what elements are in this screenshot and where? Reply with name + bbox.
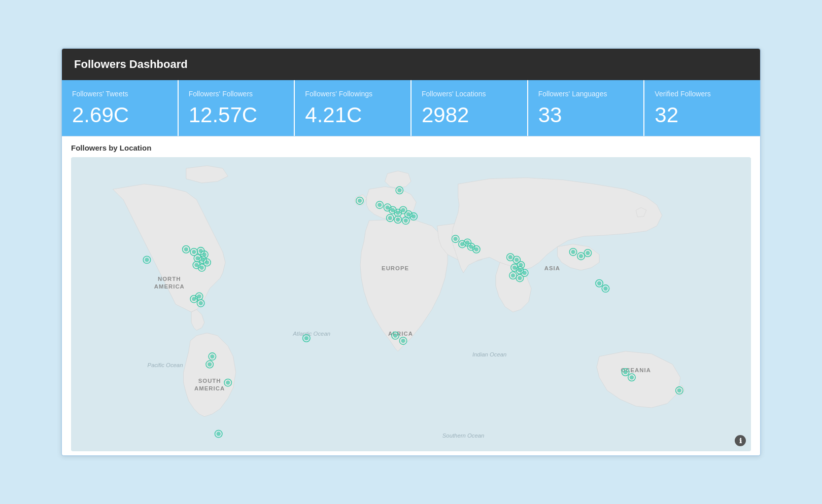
svg-point-74 [508,255,512,259]
stat-card-1: Followers' Followers 12.57C [179,80,295,136]
stat-value-4: 33 [538,104,634,126]
svg-point-98 [603,286,607,291]
svg-point-100 [623,370,627,374]
info-button[interactable]: ℹ [735,435,746,446]
stat-card-4: Followers' Languages 33 [528,80,645,136]
world-map: Pacific Ocean Atlantic Ocean Indian Ocea… [71,157,751,451]
stat-card-2: Followers' Followings 4.21C [295,80,412,136]
asia-label: ASIA [544,265,560,271]
svg-point-6 [192,250,196,254]
stat-label-1: Followers' Followers [189,89,284,98]
stat-label-0: Followers' Tweets [72,89,167,98]
svg-point-84 [523,271,527,275]
svg-point-4 [184,247,188,251]
north-america-label-2: AMERICA [154,283,185,290]
svg-point-30 [208,363,212,367]
svg-point-16 [205,261,209,265]
svg-point-56 [397,188,401,192]
north-america-label-1: NORTH [158,276,181,282]
stat-label-2: Followers' Followings [305,89,400,98]
svg-point-20 [200,266,204,270]
atlantic-ocean-label: Atlantic Ocean [292,331,330,337]
pacific-ocean-label: Pacific Ocean [148,362,183,368]
svg-point-86 [511,273,515,277]
svg-point-106 [217,432,221,436]
svg-point-76 [515,258,519,262]
svg-point-8 [199,249,203,253]
svg-point-34 [304,336,309,340]
svg-point-54 [404,219,408,223]
svg-point-24 [199,301,203,305]
stat-label-5: Verified Followers [655,89,750,98]
svg-point-94 [586,251,590,255]
svg-point-102 [630,375,634,379]
header: Followers Dashboard [62,49,760,80]
svg-point-70 [393,334,397,338]
svg-point-88 [518,276,522,280]
page-title: Followers Dashboard [74,58,188,70]
south-america-label-1: SOUTH [198,378,221,384]
svg-point-68 [474,247,478,251]
svg-point-2 [145,258,149,262]
svg-point-90 [571,250,575,254]
svg-point-32 [226,381,230,385]
stat-value-0: 2.69C [72,104,167,126]
svg-point-52 [396,218,400,222]
south-america-label-2: AMERICA [194,385,225,391]
map-wrapper: Pacific Ocean Atlantic Ocean Indian Ocea… [71,157,751,451]
svg-point-96 [597,281,601,285]
dashboard-container: Followers Dashboard Followers' Tweets 2.… [61,48,761,456]
stat-label-3: Followers' Locations [422,89,517,98]
stat-value-3: 2982 [422,104,517,126]
stat-label-4: Followers' Languages [538,89,634,98]
svg-point-60 [453,237,457,241]
svg-point-36 [378,203,382,207]
indian-ocean-label: Indian Ocean [472,351,506,357]
stats-row: Followers' Tweets 2.69C Followers' Follo… [62,80,760,136]
svg-point-72 [401,339,405,343]
svg-point-26 [197,295,201,299]
stat-card-3: Followers' Locations 2982 [412,80,528,136]
europe-label: EUROPE [382,265,409,271]
map-section-title: Followers by Location [71,143,751,152]
stat-value-1: 12.57C [189,104,284,126]
stat-value-5: 32 [655,104,750,126]
svg-point-104 [677,388,681,392]
map-section: Followers by Location [62,136,760,455]
svg-point-44 [401,208,405,212]
stat-card-0: Followers' Tweets 2.69C [62,80,179,136]
svg-point-92 [579,254,583,258]
svg-point-58 [358,199,362,203]
svg-point-28 [210,354,214,358]
stat-card-5: Verified Followers 32 [644,80,760,136]
stat-value-2: 4.21C [305,104,400,126]
svg-point-48 [412,214,416,219]
svg-point-50 [388,216,392,220]
southern-ocean-label: Southern Ocean [442,433,485,439]
